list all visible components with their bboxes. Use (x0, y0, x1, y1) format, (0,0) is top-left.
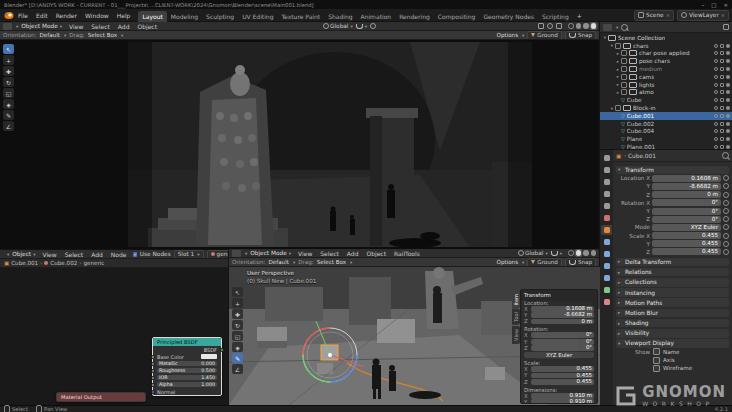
search-icon[interactable] (722, 152, 729, 159)
properties-tab-object-data-icon[interactable] (601, 285, 612, 295)
checkbox[interactable] (653, 365, 660, 372)
animate-decorator-icon[interactable] (723, 224, 729, 230)
panel-collections[interactable]: ▸Collections (616, 278, 729, 287)
output-socket-icon[interactable] (220, 348, 224, 352)
workspace-tab-sculpting[interactable]: Sculpting (202, 11, 238, 22)
close-icon[interactable]: × (723, 2, 728, 8)
workspace-tab-uv-editing[interactable]: UV Editing (238, 11, 277, 22)
animate-decorator-icon[interactable] (723, 192, 729, 198)
panel-delta-transform[interactable]: ▸Delta Transform (616, 258, 729, 267)
rotate-tool-button[interactable]: ↻ (232, 320, 243, 330)
color-swatch[interactable] (201, 354, 217, 359)
outliner-item-cube-002[interactable]: ▽Cube.002 (600, 120, 732, 128)
hide-in-viewport-icon[interactable] (714, 75, 718, 79)
editor-type-icon[interactable] (232, 250, 241, 257)
shading-wireframe-icon[interactable] (568, 250, 574, 256)
hide-in-viewport-icon[interactable] (714, 44, 718, 48)
shading-rendered-icon[interactable] (591, 23, 597, 29)
rotate-tool-button[interactable]: ↻ (3, 77, 14, 87)
disable-in-render-icon[interactable] (726, 98, 730, 102)
disable-in-viewport-icon[interactable] (720, 75, 724, 79)
outliner-item-pose-chars[interactable]: ▸pose chars (600, 57, 732, 65)
viewport-main-menu-object[interactable]: Object (133, 23, 161, 30)
annotate-tool-button[interactable]: ✎ (232, 353, 243, 363)
disable-in-render-icon[interactable] (726, 137, 730, 141)
outliner-item-chars[interactable]: ▾chars (600, 42, 732, 50)
filter-icon[interactable] (723, 24, 729, 30)
outliner-item-plane[interactable]: ▽Plane (600, 135, 732, 143)
outliner-root[interactable]: ▾Scene Collection (600, 34, 732, 42)
outliner-item-cube-004[interactable]: ▽Cube.004 (600, 128, 732, 136)
viewport-secondary-menu-railtools[interactable]: RailTools (390, 250, 424, 257)
checkbox[interactable] (653, 357, 660, 364)
hide-in-viewport-icon[interactable] (714, 145, 718, 149)
node-slider[interactable]: Alpha1.000 (157, 382, 217, 388)
properties-tab-view-layer-icon[interactable] (601, 189, 612, 199)
field-input[interactable]: 0° (652, 216, 721, 223)
input-socket-icon[interactable] (151, 355, 155, 359)
node-slider[interactable]: Metallic0.000 (157, 361, 217, 367)
breadcrumb-item[interactable]: generic (84, 260, 105, 266)
npanel-tab-tool[interactable]: Tool (512, 309, 520, 325)
measure-tool-button[interactable]: ∠ (232, 364, 243, 374)
shading-solid-icon[interactable] (576, 250, 582, 256)
principled-bsdf-node[interactable]: Principled BSDF BSDFBase ColorMetallic0.… (152, 337, 222, 396)
transform-tool-button[interactable]: ◈ (232, 342, 243, 352)
shading-solid-icon[interactable] (576, 23, 582, 29)
collection-checkbox[interactable] (621, 66, 627, 72)
disable-in-render-icon[interactable] (726, 75, 730, 79)
collection-checkbox[interactable] (615, 105, 621, 111)
breadcrumb-item[interactable]: Cube.001 (11, 260, 38, 266)
topbar-menu-edit[interactable]: Edit (32, 12, 52, 19)
viewport-secondary-menu-select[interactable]: Select (316, 250, 343, 257)
shading-rendered-icon[interactable] (591, 250, 597, 256)
disable-in-viewport-icon[interactable] (720, 67, 724, 71)
scale-tool-button[interactable]: ◱ (232, 331, 243, 341)
select-box-tool-button[interactable]: ↖ (232, 287, 243, 297)
workspace-tab-layout[interactable]: Layout (138, 11, 166, 22)
disable-in-viewport-icon[interactable] (720, 114, 724, 118)
disable-in-render-icon[interactable] (726, 51, 730, 55)
field-input[interactable]: 0.455 (652, 240, 721, 247)
maximize-icon[interactable]: □ (711, 2, 716, 8)
overlays-toggle-icon[interactable] (547, 23, 553, 29)
search-icon[interactable] (621, 24, 628, 31)
properties-tab-scene-icon[interactable] (601, 201, 612, 211)
properties-tab-object-icon[interactable] (601, 225, 612, 235)
properties-tab-material-icon[interactable] (601, 297, 612, 307)
snapping-toggle[interactable]: ▾ (356, 24, 367, 29)
disable-in-render-icon[interactable] (726, 106, 730, 110)
panel-motion-paths[interactable]: ▸Motion Paths (616, 298, 729, 307)
outliner-item-cube-001[interactable]: ▽Cube.001 (600, 112, 732, 120)
shader-menu-node[interactable]: Node (107, 251, 131, 258)
collection-checkbox[interactable] (615, 43, 621, 49)
proportional-editing-icon[interactable] (370, 23, 376, 29)
blender-logo-icon[interactable] (3, 11, 14, 20)
field-input[interactable]: 0.1608 m (652, 175, 721, 182)
field-input[interactable]: 0.910 m (531, 399, 594, 404)
disable-in-viewport-icon[interactable] (720, 137, 724, 141)
input-socket-icon[interactable] (151, 369, 155, 373)
disable-in-render-icon[interactable] (726, 44, 730, 48)
orientation-setting-value[interactable]: Default (268, 259, 288, 265)
rotation-mode-dropdown[interactable]: XYZ Euler (524, 352, 594, 358)
workspace-tab-geometry-nodes[interactable]: Geometry Nodes (479, 11, 538, 22)
outliner-item-atmo[interactable]: ▸atmo (600, 89, 732, 97)
unlink-icon[interactable]: × (666, 12, 670, 18)
topbar-menu-help[interactable]: Help (113, 12, 135, 19)
hide-in-viewport-icon[interactable] (714, 137, 718, 141)
hide-in-viewport-icon[interactable] (714, 83, 718, 87)
field-input[interactable]: XYZ Euler (652, 224, 721, 231)
animate-decorator-icon[interactable] (723, 216, 729, 222)
drag-setting-value[interactable]: Select Box (88, 32, 117, 38)
breadcrumb-object-name[interactable]: Cube.001 (628, 153, 656, 159)
material-output-node[interactable]: Material Output (56, 392, 146, 402)
npanel-tab-item[interactable]: Item (512, 291, 520, 308)
disable-in-viewport-icon[interactable] (720, 145, 724, 149)
properties-tab-modifiers-icon[interactable] (601, 237, 612, 247)
shader-menu-view[interactable]: View (38, 251, 60, 258)
transform-panel-header[interactable]: ▾ Transform (616, 166, 729, 175)
move-tool-button[interactable]: ✚ (232, 309, 243, 319)
animate-decorator-icon[interactable] (723, 233, 729, 239)
input-socket-icon[interactable] (151, 376, 155, 380)
